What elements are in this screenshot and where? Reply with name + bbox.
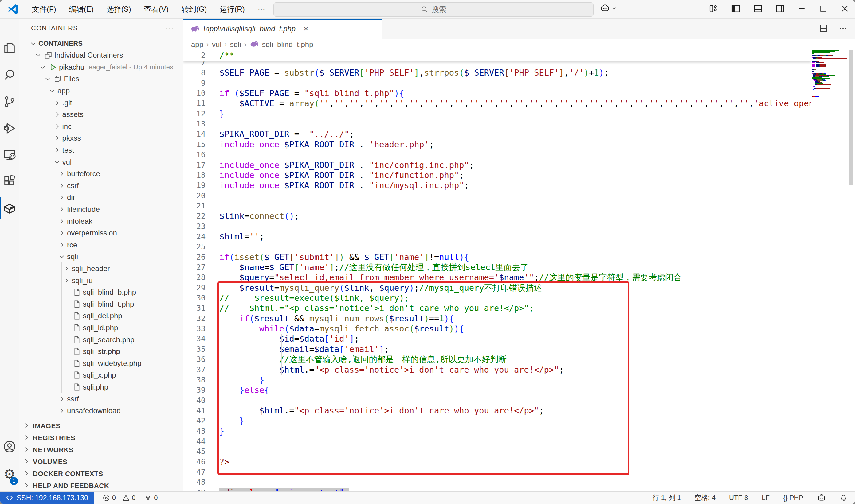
copilot-menu[interactable] (600, 3, 617, 14)
tree-item-CONTAINERS[interactable]: CONTAINERS (19, 37, 183, 50)
section-registries[interactable]: REGISTRIES (19, 432, 183, 444)
code-line-14[interactable]: 14$PIKA_ROOT_DIR = "../../"; (183, 129, 812, 139)
tree-item-infoleak[interactable]: infoleak (19, 215, 183, 227)
tree-item-Files[interactable]: Files (19, 73, 183, 85)
section-networks[interactable]: NETWORKS (19, 444, 183, 456)
tree-item-sqli[interactable]: sqli (19, 251, 183, 263)
tree-item-unsafedownload[interactable]: unsafedownload (19, 405, 183, 417)
tree-item-csrf[interactable]: csrf (19, 180, 183, 192)
activity-item-search[interactable] (0, 61, 19, 88)
menu-item-1[interactable]: 编辑(E) (64, 2, 99, 16)
tree-item-sqli_del.php[interactable]: sqli_del.php (19, 310, 183, 322)
menu-item-4[interactable]: 转到(G) (176, 2, 213, 16)
tree-item-burteforce[interactable]: burteforce (19, 168, 183, 180)
tree-item-IndividualContainers[interactable]: Individual Containers (19, 50, 183, 61)
tree-item-fileinclude[interactable]: fileinclude (19, 203, 183, 215)
tree-item-vul[interactable]: vul (19, 156, 183, 168)
tree-item-sqli_blind_b.php[interactable]: sqli_blind_b.php (19, 286, 183, 298)
code-line-21[interactable]: 21 (183, 201, 812, 211)
customize-layout-icon[interactable] (709, 4, 719, 15)
tree-item-sqli_header[interactable]: sqli_header (19, 263, 183, 274)
activity-item-run-and-debug[interactable] (0, 115, 19, 142)
search-input[interactable]: 搜索 (274, 2, 594, 17)
section-docker-contexts[interactable]: DOCKER CONTEXTS (19, 468, 183, 480)
tab-sqli-blind-t[interactable]: \app\vul\sqli\sqli_blind_t.php × (183, 19, 383, 39)
breadcrumb-item-vul[interactable]: vul (212, 40, 222, 49)
section-images[interactable]: IMAGES (19, 420, 183, 432)
tree-item-rce[interactable]: rce (19, 239, 183, 251)
indentation[interactable]: 空格: 4 (695, 493, 716, 502)
activity-item-containers[interactable] (0, 195, 19, 222)
tree-item-sqli.php[interactable]: sqli.php (19, 381, 183, 393)
activity-item-accounts[interactable] (0, 433, 19, 460)
code-line-12[interactable]: 12} (183, 109, 812, 119)
code-line-49[interactable]: 49<div class="main-content"> (183, 487, 812, 492)
code-line-25[interactable]: 25 (183, 241, 812, 252)
menu-item-6[interactable]: ··· (252, 3, 271, 15)
activity-item-settings[interactable]: ⚙1 (0, 461, 19, 487)
sticky-scroll-line[interactable]: 2 /** (183, 50, 812, 61)
toggle-secondary-sidebar-icon[interactable] (775, 4, 785, 15)
code-line-22[interactable]: 22$link=connect(); (183, 211, 812, 221)
problems-indicator[interactable]: 0 0 (102, 494, 136, 502)
menu-item-5[interactable]: 运行(R) (214, 2, 250, 16)
code-line-13[interactable]: 13 (183, 119, 812, 129)
tab-close-icon[interactable]: × (303, 24, 308, 34)
remote-indicator[interactable]: SSH: 192.168.173.130 (0, 492, 94, 504)
tree-item-sqli_search.php[interactable]: sqli_search.php (19, 334, 183, 346)
breadcrumb-item-sqli[interactable]: sqli (230, 40, 241, 49)
maximize-button[interactable] (819, 4, 828, 14)
code-line-24[interactable]: 24$html=''; (183, 231, 812, 242)
tree-item-sqli_id.php[interactable]: sqli_id.php (19, 322, 183, 334)
code-line-48[interactable]: 48 (183, 477, 812, 487)
more-actions-icon[interactable]: ··· (165, 23, 174, 34)
tree-item-pikachu[interactable]: pikachueager_feistel - Up 4 minutes (19, 61, 183, 73)
tree-item-sqli_blind_t.php[interactable]: sqli_blind_t.php (19, 298, 183, 310)
tree-item-ssrf[interactable]: ssrf (19, 393, 183, 405)
notifications-bell[interactable] (840, 494, 848, 502)
activity-item-remote-explorer[interactable] (0, 142, 19, 168)
breadcrumb-item-sqli_blind_t.php[interactable]: sqli_blind_t.php (262, 40, 313, 49)
activity-item-extensions[interactable] (0, 168, 19, 195)
code-line-26[interactable]: 26if(isset($_GET['submit']) && $_GET['na… (183, 252, 812, 263)
tree-item-sqli_str.php[interactable]: sqli_str.php (19, 346, 183, 358)
tree-item-sqli_widebyte.php[interactable]: sqli_widebyte.php (19, 357, 183, 369)
activity-item-explorer[interactable] (0, 35, 19, 61)
tree-item-sqli_iu[interactable]: sqli_iu (19, 274, 183, 286)
code-line-16[interactable]: 16 (183, 149, 812, 160)
split-editor-icon[interactable] (819, 24, 828, 34)
tree-item-app[interactable]: app (19, 85, 183, 97)
code-line-18[interactable]: 18include_once $PIKA_ROOT_DIR . "inc/fun… (183, 170, 812, 180)
close-button[interactable] (840, 4, 850, 14)
tree-item-pkxss[interactable]: pkxss (19, 132, 183, 144)
scrollbar-thumb[interactable] (849, 50, 853, 185)
toggle-sidebar-icon[interactable] (731, 4, 741, 15)
ports-indicator[interactable]: 0 (144, 494, 158, 502)
code-line-10[interactable]: 10if ($SELF_PAGE = "sqli_blind_t.php"){ (183, 88, 812, 98)
code-line-15[interactable]: 15include_once $PIKA_ROOT_DIR . 'header.… (183, 139, 812, 150)
code-line-9[interactable]: 9 (183, 78, 812, 88)
tree-item-test[interactable]: test (19, 144, 183, 156)
copilot-status[interactable] (817, 493, 826, 502)
code-line-20[interactable]: 20 (183, 191, 812, 201)
code-line-8[interactable]: 8$SELF_PAGE = substr($_SERVER['PHP_SELF'… (183, 68, 812, 78)
code-line-27[interactable]: 27 $name=$_GET['name'];//这里没有做任何处理，直接拼到s… (183, 262, 812, 273)
code-area[interactable]: 78$SELF_PAGE = substr($_SERVER['PHP_SELF… (183, 50, 855, 492)
tree-item-.git[interactable]: .git (19, 97, 183, 109)
breadcrumb-item-app[interactable]: app (191, 40, 203, 49)
code-line-23[interactable]: 23 (183, 221, 812, 232)
menu-item-0[interactable]: 文件(F) (27, 2, 62, 16)
menu-item-3[interactable]: 查看(V) (139, 2, 174, 16)
code-line-11[interactable]: 11 $ACTIVE = array('','','','','','','',… (183, 98, 812, 109)
section-help-and-feedback[interactable]: HELP AND FEEDBACK (19, 480, 183, 492)
code-line-17[interactable]: 17include_once $PIKA_ROOT_DIR . "inc/con… (183, 160, 812, 170)
encoding[interactable]: UTF-8 (729, 494, 748, 502)
tree-item-assets[interactable]: assets (19, 109, 183, 121)
tree-item-sqli_x.php[interactable]: sqli_x.php (19, 369, 183, 381)
tree-item-inc[interactable]: inc (19, 120, 183, 132)
eol-sequence[interactable]: LF (762, 494, 770, 502)
menu-item-2[interactable]: 选择(S) (101, 2, 137, 16)
tree-item-dir[interactable]: dir (19, 192, 183, 203)
minimap[interactable] (812, 50, 848, 208)
tree-item-overpermission[interactable]: overpermission (19, 227, 183, 239)
